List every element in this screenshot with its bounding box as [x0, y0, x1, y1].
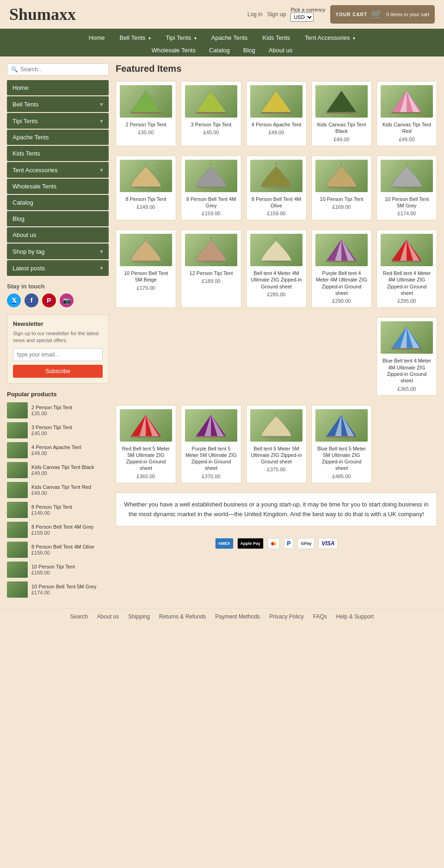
currency-selector[interactable]: Pick a currency USD GBP EUR — [290, 7, 325, 22]
twitter-link[interactable]: 𝕏 — [7, 293, 21, 307]
sidebar-item-about[interactable]: About us — [7, 227, 109, 243]
popular-item[interactable]: 8 Person Bell Tent 4M Grey £159.00 — [7, 522, 109, 538]
product-card[interactable]: 2 Person Tipi Tent £35.00 — [116, 81, 176, 146]
product-card[interactable]: Kids Canvas Tipi Tent Red £49.00 — [376, 81, 437, 146]
product-card[interactable]: Purple Bell tent 5 Meter 5M Ultimate ZIG… — [181, 405, 241, 483]
gpay-icon: GPay — [297, 538, 314, 549]
product-card[interactable]: 10 Person Bell Tent 5M Beige £179.00 — [116, 230, 176, 308]
svg-rect-43 — [131, 436, 161, 437]
popular-item-thumbnail — [7, 442, 28, 458]
product-name: Kids Canvas Tipi Tent Red — [381, 121, 433, 135]
footer-link-about-us[interactable]: About us — [97, 613, 119, 620]
paypal-icon: P — [284, 538, 294, 549]
nav-tipi-tents[interactable]: Tipi Tents ▾ — [158, 29, 204, 47]
product-card[interactable]: 3 Person Tipi Tent £45.00 — [181, 81, 241, 146]
product-card[interactable]: 4 Person Apache Tent £49.00 — [246, 81, 307, 146]
product-card[interactable]: Kids Canvas Tipi Tent Black £49.00 — [311, 81, 372, 146]
product-card[interactable]: Red Bell tent 4 Meter 4M Ultimate ZIG Zi… — [376, 230, 437, 308]
product-card[interactable]: 10 Person Tipi Tent £169.00 — [311, 156, 372, 221]
nav-home[interactable]: Home — [81, 29, 112, 47]
nav-bell-tents[interactable]: Bell Tents ▾ — [112, 29, 158, 47]
sidebar-item-apache-tents[interactable]: Apache Tents — [7, 130, 109, 145]
product-price: £290.00 — [315, 298, 368, 304]
popular-item-price: £49.00 — [31, 490, 91, 496]
subscribe-button[interactable]: Subscribe — [13, 365, 103, 378]
sidebar-item-tent-accessories[interactable]: Tent Accessories ▾ — [7, 162, 109, 178]
footer-link-payment-methods[interactable]: Payment Methods — [215, 613, 260, 620]
nav-apache-tents[interactable]: Apache Tents — [204, 29, 255, 47]
sidebar-item-home[interactable]: Home — [7, 80, 109, 95]
product-card[interactable]: Blue Bell tent 5 Meter 5M Ultimate ZIG Z… — [311, 405, 372, 483]
amex-icon: AMEX — [215, 538, 234, 549]
product-image — [120, 160, 172, 192]
product-row-3: Blue Bell tent 4 Meter 4M Ultimate ZIG Z… — [116, 317, 437, 395]
svg-rect-53 — [327, 436, 357, 437]
popular-item[interactable]: 4 Person Apache Tent £49.00 — [7, 442, 109, 458]
facebook-link[interactable]: f — [25, 293, 38, 307]
currency-dropdown[interactable]: USD GBP EUR — [290, 12, 314, 22]
login-link[interactable]: Log in — [247, 11, 263, 18]
nav-kids-tents[interactable]: Kids Tents — [255, 29, 297, 47]
sidebar-item-shop-by-tag[interactable]: Shop by tag ▾ — [7, 244, 109, 259]
sidebar-item-tipi-tents[interactable]: Tipi Tents ▾ — [7, 113, 109, 129]
popular-item-thumbnail — [7, 462, 28, 478]
product-card[interactable]: 12 Person Tipi Tent £189.00 — [181, 230, 241, 308]
footer-link-returns-&-refunds[interactable]: Returns & Refunds — [159, 613, 206, 620]
instagram-link[interactable]: 📷 — [60, 293, 74, 307]
product-price: £169.00 — [315, 204, 368, 210]
popular-item-name: 8 Person Tipi Tent — [31, 504, 72, 510]
product-name: Bell tent 5 Meter 5M Ultimate ZIG Zipped… — [250, 445, 302, 465]
product-name: 8 Person Bell Tent 4M Olive — [250, 196, 302, 209]
nav-wholesale[interactable]: Wholesale Tents — [146, 45, 201, 56]
product-card[interactable]: 8 Person Bell Tent 4M Grey £159.00 — [181, 156, 241, 221]
product-price: £49.00 — [381, 137, 433, 142]
popular-item-price: £149.00 — [31, 510, 72, 516]
popular-item[interactable]: 2 Person Tipi Tent £35.00 — [7, 402, 109, 418]
popular-item[interactable]: Kids Canvas Tipi Tent Black £49.00 — [7, 462, 109, 478]
footer-link-shipping[interactable]: Shipping — [128, 613, 150, 620]
product-card[interactable]: 10 Person Bell Tent 5M Grey £174.00 — [376, 156, 437, 221]
product-card[interactable]: Bell tent 4 Meter 4M Ultimate ZIG Zipped… — [246, 230, 307, 308]
product-card[interactable]: Bell tent 5 Meter 5M Ultimate ZIG Zipped… — [246, 405, 307, 483]
stay-touch-title: Stay in touch — [7, 283, 109, 290]
signup-link[interactable]: Sign up — [267, 11, 286, 18]
nav-blog[interactable]: Blog — [238, 45, 261, 56]
product-price: £49.00 — [250, 130, 302, 135]
popular-item[interactable]: 10 Person Bell Tent 5M Grey £174.00 — [7, 581, 109, 598]
product-price: £159.00 — [185, 211, 237, 216]
product-card[interactable]: 8 Person Tipi Tent £149.00 — [116, 156, 176, 221]
popular-item[interactable]: Kids Canvas Tipi Tent Red £49.00 — [7, 482, 109, 498]
sidebar-item-catalog[interactable]: Catalog — [7, 195, 109, 210]
nav-about[interactable]: About us — [263, 45, 298, 56]
popular-item-info: 8 Person Bell Tent 4M Grey £159.00 — [31, 524, 93, 536]
sidebar-item-kids-tents[interactable]: Kids Tents — [7, 146, 109, 161]
popular-item-info: 10 Person Tipi Tent £169.00 — [31, 563, 75, 575]
svg-rect-3 — [196, 112, 226, 113]
footer-link-privacy-policy[interactable]: Privacy Policy — [269, 613, 304, 620]
product-card[interactable]: 8 Person Bell Tent 4M Olive £159.00 — [246, 156, 307, 221]
product-card[interactable]: Blue Bell tent 4 Meter 4M Ultimate ZIG Z… — [376, 317, 437, 395]
nav-tent-accessories[interactable]: Tent Accessories ▾ — [297, 29, 363, 47]
nav-catalog[interactable]: Catalog — [204, 45, 235, 56]
popular-item[interactable]: 3 Person Tipi Tent £45.00 — [7, 422, 109, 438]
product-card[interactable]: Purple Bell tent 4 Meter 4M Ultimate ZIG… — [311, 230, 372, 308]
main-content: Featured Items 2 Person Tipi Tent £35.00… — [116, 63, 437, 601]
popular-item[interactable]: 8 Person Tipi Tent £149.00 — [7, 502, 109, 518]
cart-box[interactable]: YOUR CART 🛒 0 items in your cart — [330, 5, 435, 24]
search-input[interactable] — [20, 66, 105, 73]
pinterest-link[interactable]: P — [42, 293, 56, 307]
search-box[interactable]: 🔍 — [7, 63, 109, 75]
sidebar-item-wholesale[interactable]: Wholesale Tents — [7, 179, 109, 194]
sidebar-item-latest-posts[interactable]: Latest posts ▾ — [7, 260, 109, 276]
popular-item[interactable]: 8 Person Bell Tent 4M Olive £159.00 — [7, 542, 109, 558]
sidebar-item-bell-tents[interactable]: Bell Tents ▾ — [7, 96, 109, 112]
footer-link-search[interactable]: Search — [70, 613, 88, 620]
popular-item[interactable]: 10 Person Tipi Tent £169.00 — [7, 562, 109, 578]
product-card[interactable]: Red Bell tent 5 Meter 5M Ultimate ZIG Zi… — [116, 405, 176, 483]
product-image — [185, 160, 237, 192]
newsletter-email-input[interactable] — [13, 348, 103, 361]
footer-link-help-&-support[interactable]: Help & Support — [336, 613, 374, 620]
svg-rect-35 — [392, 261, 422, 262]
footer-link-faqs[interactable]: FAQs — [313, 613, 327, 620]
sidebar-item-blog[interactable]: Blog — [7, 211, 109, 226]
